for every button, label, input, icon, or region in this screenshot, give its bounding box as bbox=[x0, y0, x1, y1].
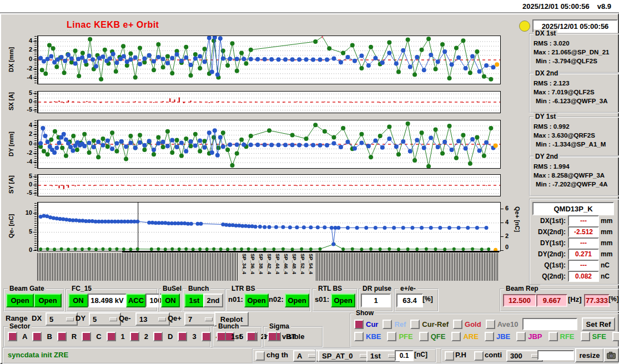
y-tick-label: -2 bbox=[18, 149, 32, 156]
fc15-group: FC_15 ON 18.498 kV ACC 100 % bbox=[66, 289, 158, 312]
show-pfe-checkbox[interactable] bbox=[387, 332, 396, 341]
y-tick-label: 10 bbox=[18, 209, 32, 216]
range-qem-dropdown[interactable]: 13 bbox=[135, 312, 170, 326]
dr-pulse-field[interactable]: 1 bbox=[361, 294, 391, 307]
show-overlay-item: KBE bbox=[354, 332, 381, 341]
show-jbe-checkbox[interactable] bbox=[485, 332, 494, 341]
sector-3-checkbox[interactable] bbox=[178, 332, 187, 341]
show-zre-checkbox[interactable] bbox=[612, 332, 619, 341]
bunch-1st-label: 1st bbox=[231, 332, 241, 341]
show-ref-checkbox[interactable] bbox=[383, 320, 392, 329]
fc15-on-button[interactable]: ON bbox=[68, 294, 88, 307]
ltr-n01-button[interactable]: Open bbox=[244, 294, 269, 307]
sector-b-checkbox[interactable] bbox=[32, 332, 42, 341]
bunch-2nd-checkbox[interactable] bbox=[246, 332, 256, 341]
sp-select-box: SP_AT_0 1st 0.1 [nC] bbox=[315, 348, 436, 363]
status-bar: syncdata init ZRE chg th A SP_AT_0 1st 0… bbox=[2, 347, 619, 364]
monitor-row-label: DY(2nd): bbox=[531, 250, 566, 258]
fc15-kv-field[interactable]: 18.498 kV bbox=[88, 294, 127, 307]
monitor-row-label: DY(1st): bbox=[531, 239, 566, 247]
bunch-select-title: Bunch bbox=[217, 322, 240, 330]
count-input[interactable] bbox=[537, 350, 574, 360]
show-overlay-item: ZRE bbox=[612, 332, 619, 341]
y-tick-label: 0 bbox=[18, 140, 32, 146]
monitor-name-field[interactable]: QMD13P_K bbox=[532, 202, 614, 215]
beam-gate-title: Beam Gate bbox=[8, 285, 46, 292]
set-ref-button[interactable]: Set Ref bbox=[582, 317, 615, 331]
dx-chart[interactable] bbox=[37, 36, 501, 84]
bpm-label: SP_38_4 bbox=[258, 254, 264, 274]
y-minor-ticks bbox=[34, 120, 37, 168]
beam-gate-button-1[interactable]: Open bbox=[6, 294, 34, 307]
sigma-visible-checkbox[interactable] bbox=[268, 332, 277, 341]
y-tick-mark bbox=[33, 250, 37, 251]
titlebar-datetime: 2025/12/01 05:00:56 bbox=[522, 2, 590, 11]
monitor-row-unit: nC bbox=[601, 261, 610, 269]
monitor-row-label: Q(1st): bbox=[531, 261, 566, 269]
dy-chart[interactable] bbox=[37, 120, 501, 169]
ref-name-input[interactable] bbox=[522, 318, 577, 330]
bunch-1st-checkbox[interactable] bbox=[217, 332, 226, 341]
busel-on-button[interactable]: ON bbox=[161, 294, 180, 307]
page-title: Linac KEKB e+ Orbit bbox=[67, 20, 159, 30]
epem-field[interactable]: 63.4 bbox=[396, 294, 423, 307]
monitor-row-value: --- bbox=[568, 215, 599, 226]
show-are-checkbox[interactable] bbox=[451, 332, 461, 341]
show-jbp-label: JBP bbox=[528, 332, 542, 341]
rtl-s01-button[interactable]: Open bbox=[331, 294, 355, 307]
chg-th-checkbox[interactable] bbox=[255, 351, 265, 361]
busel-title: BuSel bbox=[161, 285, 183, 292]
sector-d-checkbox[interactable] bbox=[153, 332, 163, 341]
show-cur-checkbox[interactable] bbox=[354, 320, 364, 329]
bunch-title: Bunch bbox=[187, 285, 210, 292]
fc15-acc-button[interactable]: ACC bbox=[126, 294, 146, 307]
sy-chart[interactable] bbox=[37, 174, 501, 196]
titlebar-version: v8.9 bbox=[597, 2, 611, 11]
bunch-1st-button[interactable]: 1st bbox=[184, 294, 204, 307]
show-pfe-label: PFE bbox=[399, 332, 412, 341]
sx-chart[interactable] bbox=[37, 91, 501, 113]
rtl-bs-group: RTL BS s01: Open bbox=[312, 289, 358, 312]
conti-checkbox[interactable] bbox=[474, 351, 484, 361]
y-axis-label-qe: Qe- [nC] bbox=[7, 202, 16, 250]
show-jbp-checkbox[interactable] bbox=[516, 332, 526, 341]
sp-name-dropdown[interactable]: SP_AT_0 bbox=[318, 350, 371, 362]
qe-chart[interactable] bbox=[37, 202, 501, 251]
sector-1-label: 1 bbox=[121, 332, 125, 341]
sector-a-checkbox[interactable] bbox=[8, 332, 17, 341]
ph-label: P.H bbox=[455, 351, 466, 359]
ph-checkbox[interactable] bbox=[445, 351, 454, 361]
monitor-row-unit: mm bbox=[601, 217, 612, 225]
busel-group: BuSel ON bbox=[159, 289, 182, 312]
show-rfe-checkbox[interactable] bbox=[548, 332, 558, 341]
monitor-row-value: --- bbox=[568, 260, 599, 271]
y-minor-ticks bbox=[34, 174, 37, 195]
bunch-2nd-button[interactable]: 2nd bbox=[203, 294, 223, 307]
show-qfe-checkbox[interactable] bbox=[419, 332, 429, 341]
range-qep-label: Qe+ bbox=[168, 314, 182, 322]
range-dx-dropdown[interactable]: 5 bbox=[46, 312, 78, 326]
range-qep-dropdown[interactable]: 7 bbox=[184, 312, 217, 326]
sigma-group: Sigma visible bbox=[263, 326, 323, 347]
show-sfe-checkbox[interactable] bbox=[581, 332, 590, 341]
bpm-label: SP_44_4 bbox=[275, 254, 280, 274]
sector-2-checkbox[interactable] bbox=[130, 332, 139, 341]
show-cur-ref-checkbox[interactable] bbox=[410, 320, 420, 329]
ltr-n02-button[interactable]: Open bbox=[285, 294, 309, 307]
sector-c-checkbox[interactable] bbox=[82, 332, 91, 341]
sector-1-checkbox[interactable] bbox=[107, 332, 116, 341]
camera-button[interactable] bbox=[603, 348, 619, 362]
resize-button[interactable]: resize bbox=[575, 348, 604, 362]
show-kbe-checkbox[interactable] bbox=[354, 332, 364, 341]
y-tick-label: 4 bbox=[18, 122, 32, 128]
beam-gate-button-2[interactable]: Open bbox=[34, 294, 62, 307]
stat-rows: RMS : 0.992Max : 3.630@QRF2SMin : -1.334… bbox=[530, 118, 619, 152]
chg-th-label: chg th bbox=[266, 351, 288, 359]
show-gold-checkbox[interactable] bbox=[453, 320, 462, 329]
show-ave10-checkbox[interactable] bbox=[486, 320, 495, 329]
threshold-field[interactable]: 0.1 bbox=[395, 350, 414, 361]
sector-4-checkbox[interactable] bbox=[202, 332, 211, 341]
range-dy-dropdown[interactable]: 5 bbox=[89, 312, 121, 326]
sector-r-checkbox[interactable] bbox=[57, 332, 67, 341]
y-axis-label-dy: DY [mm] bbox=[7, 120, 16, 168]
